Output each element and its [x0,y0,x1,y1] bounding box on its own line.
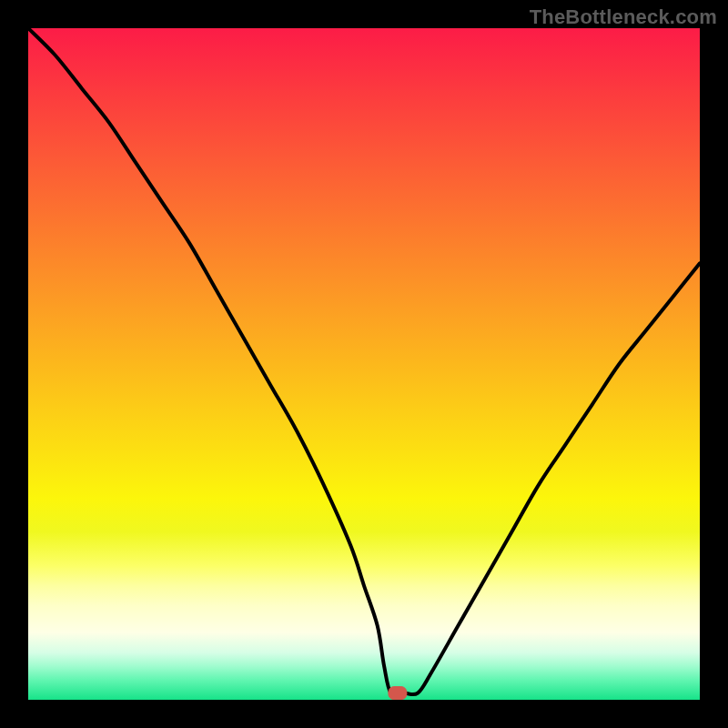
watermark-text: TheBottleneck.com [530,5,717,29]
bottleneck-plot [28,28,700,700]
plot-area [28,28,700,700]
result-marker [389,687,407,700]
chart-frame: TheBottleneck.com [0,0,728,728]
gradient-background [28,28,700,700]
